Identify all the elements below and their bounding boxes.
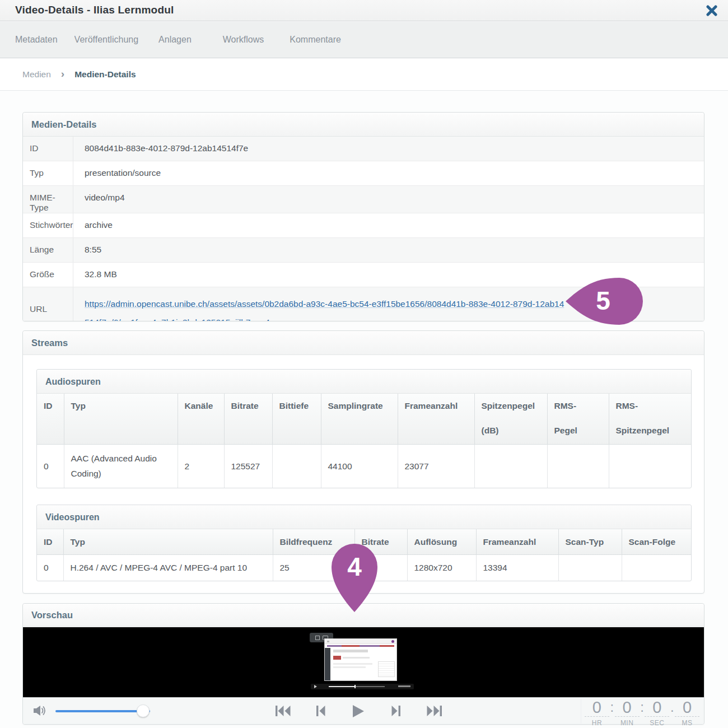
dialog-titlebar: Video-Details - Ilias Lernmodul xyxy=(0,0,728,21)
thumbnail-player-bar xyxy=(311,684,414,689)
playback-timer: 0 HR : 0 MIN : 0 SEC . 0 MS xyxy=(581,699,699,724)
media-url-link[interactable]: https://admin.opencast.unibe.ch/assets/a… xyxy=(85,287,567,321)
video-preview-area[interactable] xyxy=(23,627,704,697)
timer-hours: 0 HR xyxy=(585,699,609,727)
skip-to-start-button[interactable] xyxy=(276,706,291,716)
volume-slider-knob[interactable] xyxy=(137,704,150,717)
chevron-right-icon: › xyxy=(61,68,64,80)
audio-header-row: ID Typ Kanäle Bitrate Bittiefe Samplingr… xyxy=(37,394,691,444)
close-icon[interactable] xyxy=(706,4,718,17)
tab-workflows[interactable]: Workflows xyxy=(223,35,264,45)
detail-row-id: ID 8084d41b-883e-4012-879d-12ab14514f7e xyxy=(23,137,704,161)
play-button[interactable] xyxy=(353,705,364,717)
skip-to-end-button[interactable] xyxy=(427,706,442,716)
audio-tracks-table: ID Typ Kanäle Bitrate Bittiefe Samplingr… xyxy=(37,394,691,488)
tab-bar: Metadaten Veröffentlichung Anlagen Workf… xyxy=(0,22,728,58)
breadcrumb-medien[interactable]: Medien xyxy=(22,69,51,80)
detail-row-laenge: Länge 8:55 xyxy=(23,238,704,263)
volume-slider-track[interactable] xyxy=(55,710,150,712)
previous-frame-button[interactable] xyxy=(316,706,325,716)
player-controls-bar: 0 HR : 0 MIN : 0 SEC . 0 MS xyxy=(23,697,704,724)
annotation-marker-5: 5 xyxy=(564,278,643,325)
timer-seconds: 0 SEC xyxy=(645,699,669,727)
next-frame-button[interactable] xyxy=(391,706,400,716)
dialog-title: Video-Details - Ilias Lernmodul xyxy=(15,4,174,16)
timer-minutes: 0 MIN xyxy=(615,699,640,727)
detail-row-typ: Typ presentation/source xyxy=(23,161,704,186)
tab-veroeffentlichung[interactable]: Veröffentlichung xyxy=(74,35,138,45)
resize-icon xyxy=(315,636,320,640)
tab-metadaten[interactable]: Metadaten xyxy=(15,35,58,45)
audio-tracks-panel: Audiospuren ID Typ Kanäle Bitrate Bittie… xyxy=(36,369,692,488)
timer-milliseconds: 0 MS xyxy=(675,699,699,727)
streams-title: Streams xyxy=(23,331,704,355)
detail-row-mime: MIME-Type video/mp4 xyxy=(23,186,704,213)
annotation-marker-4: 4 xyxy=(332,544,377,612)
volume-icon[interactable] xyxy=(34,705,47,718)
preview-panel: Vorschau xyxy=(22,603,704,725)
thumbnail-browser-window xyxy=(324,638,397,681)
detail-row-stichwoerter: Stichwörter archive xyxy=(23,213,704,238)
breadcrumb-medien-details: Medien-Details xyxy=(74,69,136,80)
media-details-title: Medien-Details xyxy=(23,113,704,137)
audio-tracks-title: Audiospuren xyxy=(37,370,691,394)
tab-kommentare[interactable]: Kommentare xyxy=(290,35,341,45)
video-tracks-title: Videospuren xyxy=(37,505,691,529)
breadcrumb: Medien › Medien-Details xyxy=(0,59,728,91)
audio-track-row: 0 AAC (Advanced Audio Coding) 2 125527 4… xyxy=(37,444,691,488)
tab-anlagen[interactable]: Anlagen xyxy=(158,35,192,45)
video-thumbnail xyxy=(309,629,416,696)
